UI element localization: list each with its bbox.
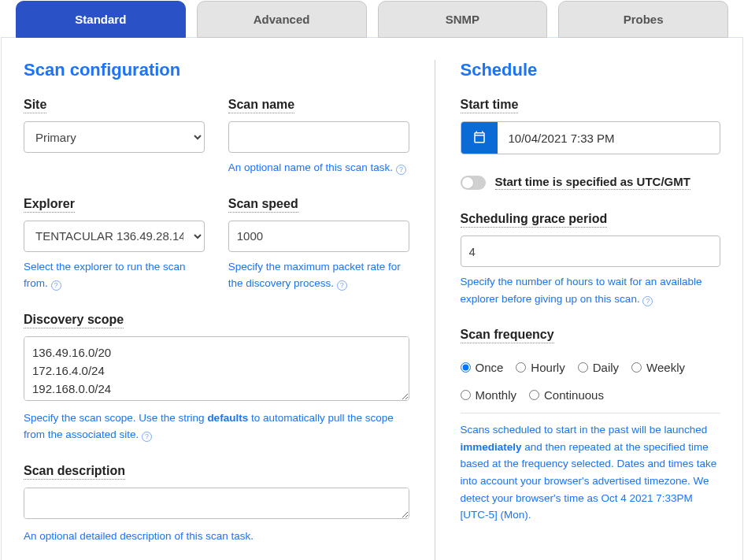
tab-bar: Standard Advanced SNMP Probes [0,0,744,37]
scan-speed-help: Specify the maximum packet rate for the … [228,261,401,290]
schedule-heading: Schedule [461,60,721,80]
scan-speed-label: Scan speed [228,197,298,213]
scan-description-label: Scan description [24,464,125,480]
explorer-label: Explorer [24,197,75,213]
site-label: Site [24,98,46,113]
start-time-value[interactable]: 10/04/2021 7:33 PM [498,122,720,154]
discovery-scope-help-bold: defaults [207,412,248,424]
utc-toggle[interactable] [461,176,486,190]
frequency-footnote-prefix: Scans scheduled to start in the past wil… [461,424,708,436]
frequency-footnote-bold: immediately [461,441,522,453]
scan-speed-input[interactable] [228,221,409,252]
scan-description-help: An optional detailed description of this… [24,528,409,545]
help-icon[interactable]: ? [142,432,152,442]
help-icon[interactable]: ? [51,280,61,291]
scan-description-input[interactable] [24,488,409,519]
tab-advanced[interactable]: Advanced [197,1,367,38]
explorer-help: Select the explorer to run the scan from… [24,261,186,290]
freq-option-weekly[interactable]: Weekly [631,361,685,374]
freq-option-daily[interactable]: Daily [578,361,619,374]
freq-option-hourly[interactable]: Hourly [516,361,564,374]
freq-option-monthly[interactable]: Monthly [461,388,517,402]
explorer-select[interactable]: TENTACULAR 136.49.28.14 [24,221,205,252]
scan-name-help: An optional name of this scan task. [228,161,393,173]
discovery-scope-input[interactable] [24,336,409,401]
tab-probes[interactable]: Probes [558,1,728,38]
scan-name-label: Scan name [228,98,294,113]
calendar-icon [472,130,487,146]
start-time-label: Start time [461,98,519,113]
discovery-scope-help-prefix: Specify the scan scope. Use the string [24,412,207,424]
help-icon[interactable]: ? [337,280,347,291]
utc-toggle-label: Start time is specified as UTC/GMT [495,175,690,190]
grace-period-input[interactable] [461,235,721,267]
discovery-scope-label: Discovery scope [24,313,124,328]
site-select[interactable]: Primary [24,121,205,153]
grace-period-help: Specify the number of hours to wait for … [461,276,702,305]
freq-option-continuous[interactable]: Continuous [529,388,604,402]
grace-period-label: Scheduling grace period [461,212,608,228]
scan-frequency-options: Once Hourly Daily Weekly Monthly Continu… [461,361,721,402]
tab-standard[interactable]: Standard [16,1,186,38]
freq-option-once[interactable]: Once [461,361,504,374]
calendar-button[interactable] [461,122,498,154]
scan-config-heading: Scan configuration [24,60,409,80]
tab-snmp[interactable]: SNMP [378,1,548,38]
scan-frequency-label: Scan frequency [461,328,554,343]
scan-name-input[interactable] [228,121,409,153]
help-icon[interactable]: ? [396,165,406,175]
help-icon[interactable]: ? [642,296,653,306]
